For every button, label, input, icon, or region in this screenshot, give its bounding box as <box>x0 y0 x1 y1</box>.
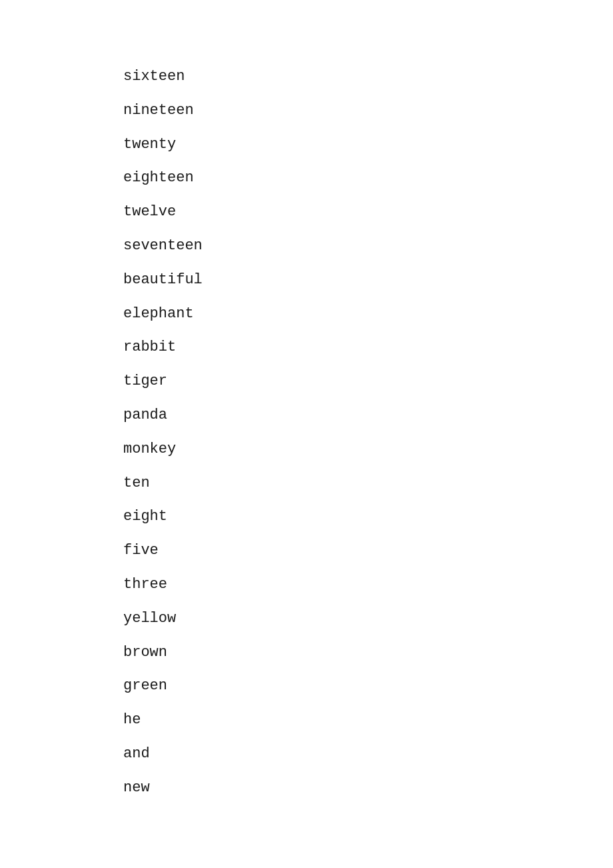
list-item: five <box>123 534 613 568</box>
list-item: new <box>123 771 613 805</box>
list-item: rabbit <box>123 331 613 365</box>
list-item: twenty <box>123 128 613 162</box>
list-item: he <box>123 703 613 737</box>
list-item: brown <box>123 636 613 670</box>
list-item: panda <box>123 399 613 433</box>
list-item: nineteen <box>123 94 613 128</box>
list-item: twelve <box>123 195 613 229</box>
word-list: sixteennineteentwentyeighteentwelveseven… <box>0 0 613 865</box>
list-item: eight <box>123 500 613 534</box>
list-item: sixteen <box>123 60 613 94</box>
list-item: elephant <box>123 297 613 331</box>
list-item: three <box>123 568 613 602</box>
list-item: yellow <box>123 602 613 636</box>
list-item: seventeen <box>123 229 613 263</box>
list-item: ten <box>123 467 613 501</box>
list-item: beautiful <box>123 263 613 297</box>
list-item: green <box>123 669 613 703</box>
list-item: eighteen <box>123 161 613 195</box>
list-item: and <box>123 737 613 771</box>
list-item: tiger <box>123 365 613 399</box>
list-item: monkey <box>123 433 613 467</box>
